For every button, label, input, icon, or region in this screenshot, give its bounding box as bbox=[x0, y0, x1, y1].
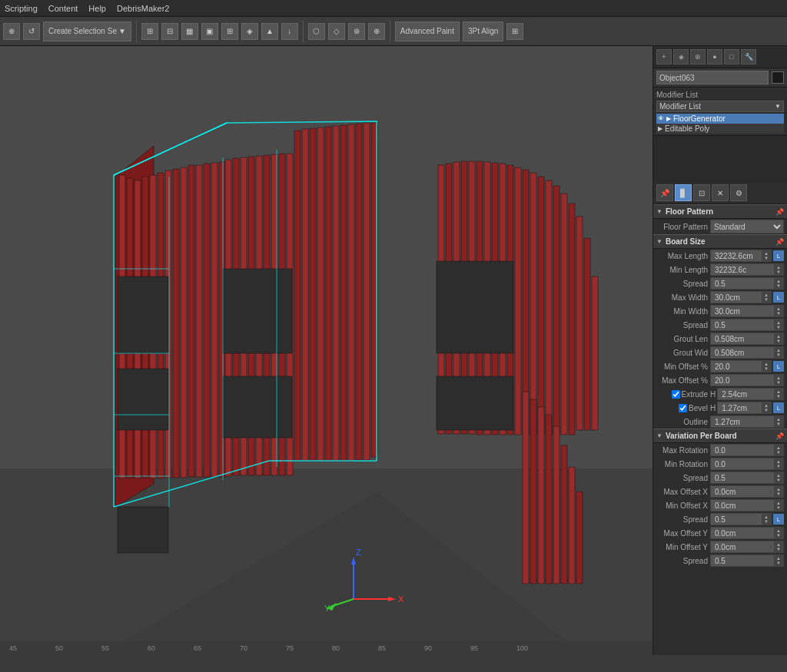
max-rotation-value[interactable]: 0.0 ▲▼ bbox=[710, 444, 784, 456]
extrude-h-spinner[interactable]: ▲▼ bbox=[774, 389, 783, 399]
min-rotation-value[interactable]: 0.0 ▲▼ bbox=[710, 458, 784, 470]
menu-content[interactable]: Content bbox=[48, 4, 78, 13]
toolbar-icon-13[interactable]: ⊛ bbox=[348, 23, 365, 40]
min-offset-y-spinner[interactable]: ▲▼ bbox=[774, 541, 783, 552]
width-spread-value[interactable]: 0.5 ▲▼ bbox=[710, 319, 784, 331]
min-length-spinner[interactable]: ▲▼ bbox=[774, 264, 783, 275]
offset-x-spread-spinner[interactable]: ▲▼ bbox=[762, 514, 771, 525]
max-width-value[interactable]: 30.0cm ▲▼ bbox=[710, 291, 772, 303]
config-icon-btn[interactable]: ⚙ bbox=[730, 184, 747, 201]
copy-icon-btn[interactable]: ⊡ bbox=[693, 184, 710, 201]
max-rotation-spinner[interactable]: ▲▼ bbox=[774, 445, 783, 455]
menu-debrismaker[interactable]: DebrisMaker2 bbox=[117, 4, 169, 13]
modifier-floor-generator[interactable]: 👁 ▶ FloorGenerator bbox=[656, 114, 784, 124]
viewport[interactable]: X Y Z 45 50 55 60 65 70 75 80 85 90 95 1… bbox=[0, 46, 653, 655]
grout-wid-value[interactable]: 0.508cm ▲▼ bbox=[710, 346, 784, 359]
pin-icon-btn[interactable]: 📌 bbox=[656, 184, 673, 201]
toolbar-icon-12[interactable]: ◇ bbox=[328, 23, 345, 40]
panel-icon-motion[interactable]: ● bbox=[707, 49, 722, 65]
rotation-spread-value[interactable]: 0.5 ▲▼ bbox=[710, 472, 784, 484]
bevel-h-value[interactable]: 1.27cm ▲▼ bbox=[717, 402, 772, 414]
offset-y-spread-spinner[interactable]: ▲▼ bbox=[774, 555, 783, 566]
toolbar-icon-15[interactable]: ⊞ bbox=[506, 23, 523, 40]
toolbar-icon-4[interactable]: ⊟ bbox=[161, 23, 178, 40]
scene-svg: X Y Z 45 50 55 60 65 70 75 80 85 90 95 1… bbox=[0, 46, 653, 655]
length-spread-spinner[interactable]: ▲▼ bbox=[774, 278, 783, 289]
object-name-input[interactable] bbox=[656, 71, 769, 84]
board-size-section-header[interactable]: ▼ Board Size 📌 bbox=[653, 234, 787, 249]
toolbar-icon-7[interactable]: ⊞ bbox=[221, 23, 238, 40]
grout-len-spinner[interactable]: ▲▼ bbox=[774, 333, 783, 344]
offset-x-spread-value[interactable]: 0.5 ▲▼ bbox=[710, 513, 772, 525]
bevel-h-spinner[interactable]: ▲▼ bbox=[762, 402, 771, 413]
toolbar-icon-14[interactable]: ⊕ bbox=[368, 23, 385, 40]
svg-rect-66 bbox=[523, 392, 529, 584]
toolbar-icon-3[interactable]: ⊞ bbox=[141, 23, 158, 40]
panel-icon-utilities[interactable]: 🔧 bbox=[741, 49, 756, 65]
max-offset-value[interactable]: 20.0 ▲▼ bbox=[710, 374, 784, 386]
toolbar-icon-11[interactable]: ⬡ bbox=[308, 23, 325, 40]
min-offset-y-value[interactable]: 0.0cm ▲▼ bbox=[710, 541, 784, 553]
modifier-editable-poly[interactable]: ▶ Editable Poly bbox=[656, 124, 784, 134]
toolbar-icon-10[interactable]: ↓ bbox=[281, 23, 298, 40]
max-length-lock-btn[interactable]: L bbox=[773, 250, 784, 261]
min-rotation-spinner[interactable]: ▲▼ bbox=[774, 458, 783, 469]
panel-icon-hierarchy[interactable]: ⊕ bbox=[690, 49, 706, 65]
min-offset-lock-btn[interactable]: L bbox=[773, 361, 784, 372]
toolbar-icon-5[interactable]: ▦ bbox=[181, 23, 198, 40]
delete-icon-btn[interactable]: ✕ bbox=[712, 184, 729, 201]
toolbar-icon-9[interactable]: ▲ bbox=[261, 23, 278, 40]
svg-rect-65 bbox=[437, 376, 513, 430]
menu-help[interactable]: Help bbox=[88, 4, 106, 13]
modifier-dropdown[interactable]: Modifier List ▼ bbox=[656, 101, 784, 112]
color-swatch[interactable] bbox=[772, 71, 784, 84]
max-offset-y-value[interactable]: 0.0cm ▲▼ bbox=[710, 527, 784, 539]
active-icon-btn[interactable]: ▊ bbox=[675, 184, 692, 201]
min-length-value[interactable]: 32232.6c ▲▼ bbox=[710, 263, 784, 276]
max-width-spinner[interactable]: ▲▼ bbox=[762, 292, 771, 303]
floor-pattern-section-header[interactable]: ▼ Floor Pattern 📌 bbox=[653, 204, 787, 219]
width-spread-spinner[interactable]: ▲▼ bbox=[774, 319, 783, 330]
svg-rect-62 bbox=[584, 238, 590, 430]
toolbar-icon-6[interactable]: ▣ bbox=[201, 23, 218, 40]
min-offset-value[interactable]: 20.0 ▲▼ bbox=[710, 360, 772, 372]
grout-wid-spinner[interactable]: ▲▼ bbox=[774, 347, 783, 358]
rotation-spread-spinner[interactable]: ▲▼ bbox=[774, 472, 783, 483]
svg-rect-61 bbox=[576, 217, 583, 430]
extrude-checkbox[interactable] bbox=[672, 390, 680, 399]
min-offset-spinner[interactable]: ▲▼ bbox=[762, 361, 771, 372]
create-selection-button[interactable]: Create Selection Se ▼ bbox=[43, 22, 131, 41]
min-width-spinner[interactable]: ▲▼ bbox=[774, 306, 783, 316]
max-offset-y-spinner[interactable]: ▲▼ bbox=[774, 528, 783, 538]
min-offset-x-spinner[interactable]: ▲▼ bbox=[774, 500, 783, 511]
max-length-spinner[interactable]: ▲▼ bbox=[762, 250, 771, 261]
floor-pattern-dropdown[interactable]: Standard bbox=[710, 220, 784, 233]
length-spread-value[interactable]: 0.5 ▲▼ bbox=[710, 277, 784, 290]
offset-x-spread-lock-btn[interactable]: L bbox=[773, 514, 784, 525]
three-pt-align-button[interactable]: 3Pt Align bbox=[463, 22, 503, 41]
panel-icon-modify[interactable]: ◈ bbox=[673, 49, 689, 65]
max-length-value[interactable]: 32232.6cm ▲▼ bbox=[710, 250, 772, 262]
panel-icon-create[interactable]: + bbox=[656, 49, 672, 65]
dropdown-arrow-icon: ▼ bbox=[118, 27, 126, 35]
min-offset-x-value[interactable]: 0.0cm ▲▼ bbox=[710, 499, 784, 511]
max-width-lock-btn[interactable]: L bbox=[773, 292, 784, 303]
offset-y-spread-value[interactable]: 0.5 ▲▼ bbox=[710, 554, 784, 567]
max-offset-x-value[interactable]: 0.0cm ▲▼ bbox=[710, 485, 784, 498]
toolbar-icon-2[interactable]: ↺ bbox=[23, 23, 40, 40]
outline-value[interactable]: 1.27cm ▲▼ bbox=[710, 415, 784, 428]
extrude-h-value[interactable]: 2.54cm ▲▼ bbox=[717, 388, 784, 400]
bevel-checkbox[interactable] bbox=[679, 404, 687, 412]
toolbar-icon-8[interactable]: ◈ bbox=[241, 23, 258, 40]
max-offset-spinner[interactable]: ▲▼ bbox=[774, 375, 783, 386]
advanced-paint-button[interactable]: Advanced Paint bbox=[395, 22, 460, 41]
menu-scripting[interactable]: Scripting bbox=[5, 4, 38, 13]
outline-spinner[interactable]: ▲▼ bbox=[774, 416, 783, 427]
bevel-lock-btn[interactable]: L bbox=[773, 402, 784, 413]
min-width-value[interactable]: 30.0cm ▲▼ bbox=[710, 305, 784, 317]
variation-section-header[interactable]: ▼ Variation Per Board 📌 bbox=[653, 429, 787, 443]
max-offset-x-spinner[interactable]: ▲▼ bbox=[774, 486, 783, 497]
toolbar-icon-1[interactable]: ⊕ bbox=[3, 23, 20, 40]
panel-icon-display[interactable]: □ bbox=[724, 49, 739, 65]
grout-len-value[interactable]: 0.508cm ▲▼ bbox=[710, 333, 784, 345]
